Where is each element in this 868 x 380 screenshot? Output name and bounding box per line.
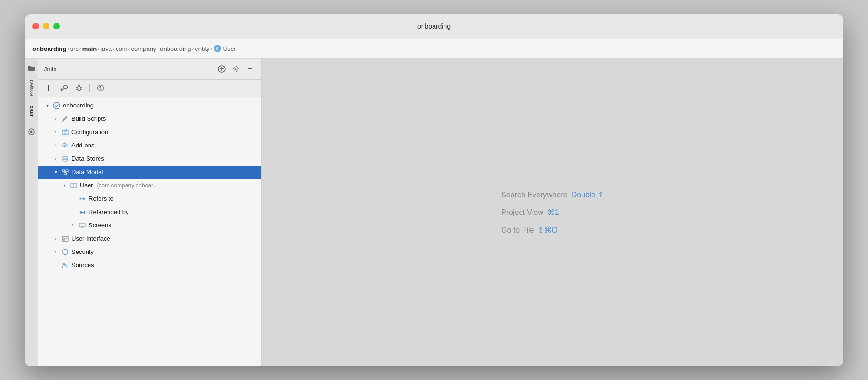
expand-arrow-screens: ›	[69, 222, 76, 229]
expand-arrow-config: ›	[52, 129, 59, 136]
tree-item-data-model[interactable]: ▾ Data Model	[38, 166, 261, 179]
tree-item-user-interface[interactable]: › User Interface	[38, 232, 261, 245]
build-scripts-icon	[61, 115, 69, 123]
expand-arrow-user: ▾	[61, 182, 68, 189]
tree-label-onboarding: onboarding	[63, 102, 94, 109]
add-button[interactable]	[217, 64, 227, 74]
tree-item-build-scripts[interactable]: › Build Scripts	[38, 112, 261, 126]
svg-rect-36	[63, 239, 65, 240]
expand-arrow-addons: ›	[52, 142, 59, 149]
tree-item-refers-to[interactable]: › ↦ Refers to	[38, 192, 261, 205]
expand-arrow-datastores: ›	[52, 156, 59, 162]
breadcrumb-entity[interactable]: entity	[195, 45, 209, 52]
settings-button[interactable]	[231, 64, 241, 74]
tree-label-refers-to: Refers to	[89, 195, 114, 202]
data-stores-icon	[61, 155, 69, 163]
sources-icon	[61, 261, 69, 270]
sidebar-tab-jmix[interactable]: Jmix	[27, 102, 36, 121]
minimize-button[interactable]	[43, 23, 49, 29]
shortcut-goto-key: ⇧⌘O	[538, 225, 557, 234]
tools-button[interactable]	[58, 82, 69, 94]
tree-label-configuration: Configuration	[71, 128, 108, 136]
shortcut-goto-file: Go to File ⇧⌘O	[501, 225, 558, 234]
sidebar-tab-project[interactable]: Project	[27, 76, 36, 100]
tree-label-build-scripts: Build Scripts	[71, 115, 106, 122]
security-icon	[61, 248, 69, 256]
tree-item-sources[interactable]: › Sources	[38, 259, 261, 272]
tree-root-onboarding[interactable]: ▾ onboarding	[38, 99, 261, 112]
window-controls	[32, 23, 60, 29]
svg-point-22	[63, 156, 68, 158]
svg-rect-17	[62, 130, 68, 135]
tree-label-data-model: Data Model	[71, 168, 103, 175]
breadcrumb-company[interactable]: company	[131, 45, 157, 52]
svg-point-15	[100, 89, 101, 90]
tree-item-referenced-by[interactable]: › ↤ Referenced by	[38, 205, 261, 219]
addons-icon	[61, 141, 69, 150]
breadcrumb-user[interactable]: User	[223, 45, 236, 52]
svg-point-5	[235, 68, 237, 70]
breadcrumb-main[interactable]: main	[82, 45, 97, 52]
tree-sublabel-user: (com.company.onboar...	[97, 182, 158, 189]
svg-line-12	[76, 89, 77, 90]
breadcrumb-java[interactable]: java	[100, 45, 112, 52]
toolbar-separator	[89, 84, 90, 92]
expand-arrow-security: ›	[52, 249, 59, 255]
sidebar-header: Jmix −	[38, 59, 261, 80]
refers-to-icon: ↦	[78, 195, 87, 203]
main-layout: Project Jmix Jmix	[25, 59, 843, 366]
breadcrumb-com[interactable]: com	[116, 45, 128, 52]
side-tabs: Project Jmix	[25, 59, 38, 366]
breadcrumb-src[interactable]: src	[70, 45, 79, 52]
shortcut-goto-label: Go to File	[501, 226, 534, 234]
shortcut-search: Search Everywhere Double ⇧	[501, 190, 604, 199]
title-bar: onboarding	[25, 14, 843, 39]
svg-line-13	[81, 89, 82, 90]
project-tree: ▾ onboarding ›	[38, 97, 261, 366]
svg-line-10	[76, 87, 77, 88]
breadcrumb-onboarding2[interactable]: onboarding	[160, 45, 191, 52]
sidebar-title: Jmix	[44, 66, 213, 73]
app-window: onboarding onboarding › src › main › jav…	[25, 14, 843, 366]
help-button[interactable]	[95, 82, 106, 94]
svg-line-11	[81, 87, 82, 88]
tree-item-screens[interactable]: › Screens	[38, 219, 261, 232]
breadcrumb: onboarding › src › main › java › com › c…	[25, 39, 843, 59]
sidebar-toolbar	[38, 80, 261, 97]
class-icon: C	[214, 45, 221, 52]
collapse-button[interactable]: −	[245, 64, 256, 74]
expand-arrow-ui: ›	[52, 235, 59, 242]
breadcrumb-onboarding[interactable]: onboarding	[32, 45, 67, 52]
folder-icon[interactable]	[27, 64, 36, 73]
expand-arrow: ▾	[44, 102, 50, 109]
tree-label-security: Security	[71, 248, 94, 255]
tree-item-configuration[interactable]: › Configuration	[38, 126, 261, 139]
tree-item-security[interactable]: › Security	[38, 245, 261, 259]
user-entity-icon	[69, 181, 78, 190]
git-icon[interactable]	[27, 127, 36, 136]
tree-label-referenced-by: Referenced by	[89, 208, 129, 215]
shortcut-search-key: Double ⇧	[572, 190, 604, 199]
tree-item-user[interactable]: ▾ User (com.company.onboar...	[38, 179, 261, 192]
main-content-area: Search Everywhere Double ⇧ Project View …	[262, 59, 843, 366]
expand-arrow-build: ›	[52, 116, 59, 122]
user-interface-icon	[61, 234, 69, 243]
svg-point-21	[64, 144, 66, 146]
close-button[interactable]	[32, 23, 39, 29]
svg-rect-24	[66, 170, 68, 172]
maximize-button[interactable]	[53, 23, 60, 29]
new-button[interactable]	[43, 82, 54, 94]
tree-item-data-stores[interactable]: › Data Stores	[38, 152, 261, 166]
debug-button[interactable]	[73, 82, 85, 94]
screens-icon	[78, 221, 87, 230]
svg-point-9	[77, 86, 81, 91]
svg-rect-34	[62, 236, 68, 241]
tree-label-data-stores: Data Stores	[71, 155, 104, 162]
shortcut-project-label: Project View	[501, 208, 543, 217]
svg-rect-23	[62, 170, 65, 172]
tree-item-addons[interactable]: › Add-ons	[38, 139, 261, 152]
tree-label-user-interface: User Interface	[71, 235, 110, 242]
shortcut-project-view: Project View ⌘1	[501, 208, 559, 217]
shortcut-search-label: Search Everywhere	[501, 191, 568, 199]
svg-rect-25	[64, 173, 67, 175]
